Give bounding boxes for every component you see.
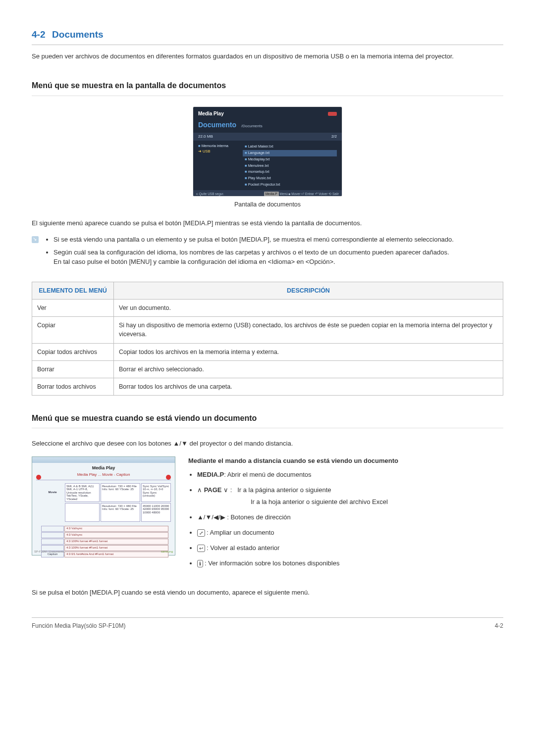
- file-item: Menutree.txt: [243, 163, 337, 169]
- remote-item-info: ℹ: Ver información sobre los botones dis…: [197, 558, 503, 569]
- remote-item-mediap: MEDIA.P: Abrir el menú de documentos: [197, 470, 503, 480]
- table-row: CopiarSi hay un dispositivo de memoria e…: [32, 317, 503, 343]
- note-item: Según cuál sea la configuración del idio…: [54, 248, 454, 267]
- remote-item-back: ↩: Volver al estado anterior: [197, 543, 503, 554]
- media-play-label: Media Play: [198, 110, 224, 118]
- table-cell: Copiar todos archivos: [32, 343, 114, 360]
- remove-usb-hint: ⎋ Quite USB segur.: [196, 192, 224, 196]
- table-cell: Ver un documento.: [114, 300, 503, 317]
- mock2-corner-left: SP-F10M / Documents: [34, 550, 64, 554]
- page-prev-icon: [36, 475, 41, 480]
- section-number: 4-2: [32, 29, 45, 40]
- mock2-cell: Resolution: 720 × 480 File Info: font: 6…: [101, 483, 140, 502]
- table-row: BorrarBorrar el archivo seleccionado.: [32, 360, 503, 378]
- divider: [32, 96, 503, 96]
- section-number-title: 4-2 Documents: [32, 28, 503, 45]
- notes-list: Si se está viendo una pantalla o un elem…: [45, 235, 454, 267]
- table-cell: Borrar todos archivos: [32, 378, 114, 395]
- file-item: Mediaplay.txt: [243, 156, 337, 163]
- back-icon: ↩: [197, 545, 205, 552]
- screenshot-documents: Media Play Documento /Documents 22.0 MB …: [32, 107, 503, 196]
- footer-right: 4-2: [495, 622, 503, 630]
- note-block: Si se está viendo una pantalla o un elem…: [32, 235, 503, 271]
- note-item: Si se está viendo una pantalla o un elem…: [54, 235, 454, 245]
- table-cell: Borrar todos los archivos de una carpeta…: [114, 378, 503, 395]
- file-list: Label Maker.txtLanguage.txtMediaplay.txt…: [243, 144, 337, 188]
- after-screenshot-text: El siguiente menú aparece cuando se puls…: [32, 219, 503, 228]
- file-item: Pocket Projector.txt: [243, 182, 337, 188]
- table-header-desc: DESCRIPCIÓN: [114, 282, 503, 300]
- mock2-corner-right: samsung: [161, 550, 173, 554]
- section2-lead: Seleccione el archivo que desee con los …: [32, 439, 503, 449]
- remote-item-page: ∧ PAGE ∨ : Ir a la página anterior o sig…: [197, 485, 503, 508]
- page-next-icon: [166, 475, 171, 480]
- usb-icon: [328, 112, 337, 116]
- info-icon: ℹ: [197, 560, 203, 567]
- mock2-cell: 45000 11000 20000 42000 65000 95000 1000…: [141, 503, 171, 522]
- mock2-row-label: [41, 503, 64, 522]
- page-footer: Función Media Play(sólo SP-F10M) 4-2: [32, 617, 503, 630]
- breadcrumb-path: /Documents: [241, 123, 263, 129]
- table-cell: Copiar todos los archivos en la memoria …: [114, 343, 503, 360]
- source-list: Memoria interna USB: [198, 144, 238, 188]
- section-title: Documents: [52, 29, 103, 40]
- table-cell: Borrar: [32, 360, 114, 378]
- menu-table: ELEMENTO DEL MENÚ DESCRIPCIÓN VerVer un …: [32, 282, 503, 396]
- section2-closing: Si se pulsa el botón [MEDIA.P] cuando se…: [32, 588, 503, 598]
- mock2-title: Media Play: [32, 463, 175, 472]
- screenshot-document-view: Media Play Media Play ... Movie - Captio…: [32, 456, 175, 555]
- subsection2-heading: Menú que se muestra cuando se está viend…: [32, 412, 503, 424]
- file-item: Language.txt: [243, 150, 337, 156]
- document-heading: Documento: [198, 120, 236, 130]
- note-icon: [32, 236, 39, 243]
- zoom-icon: ⤢: [197, 529, 205, 537]
- source-usb: USB: [198, 149, 238, 154]
- table-cell: Si hay un dispositivo de memoria externo…: [114, 317, 503, 343]
- table-row: Copiar todos archivosCopiar todos los ar…: [32, 343, 503, 360]
- file-item: Label Maker.txt: [243, 144, 337, 150]
- footer-left: Función Media Play(sólo SP-F10M): [32, 622, 125, 630]
- table-cell: Ver: [32, 300, 114, 317]
- table-cell: Borrar el archivo seleccionado.: [114, 360, 503, 378]
- mock2-cell: SMI, A & B SMI, A(1) SMI, A-1 UTF-8, Uni…: [65, 483, 100, 502]
- mock2-cell: Sync Sync Vol/Sync 10-∞, ∞-10, 0-0 Sync …: [141, 483, 171, 502]
- table-header-item: ELEMENTO DEL MENÚ: [32, 282, 114, 300]
- mock2-cell: [65, 503, 100, 522]
- source-internal: Memoria interna: [198, 144, 238, 149]
- table-row: VerVer un documento.: [32, 300, 503, 317]
- intro-paragraph: Se pueden ver archivos de documentos en …: [32, 52, 503, 61]
- remote-subhead: Mediante el mando a distancia cuando se …: [188, 456, 503, 466]
- table-cell: Copiar: [32, 317, 114, 343]
- divider: [32, 428, 503, 428]
- remote-item-zoom: ⤢: Ampliar un documento: [197, 528, 503, 538]
- mock2-row-label: Movie: [41, 483, 64, 502]
- nav-hints: Media.PMenú ■ Mover ⏎ Entrar ↶ Volver ⟲ …: [264, 192, 339, 196]
- remote-item-arrows: ▲/▼/◀/▶ : Botones de dirección: [197, 512, 503, 523]
- file-item: monsetup.txt: [243, 169, 337, 175]
- mock2-cell: Resolution: 720 × 480 File Info: font: 6…: [101, 503, 140, 522]
- screenshot-caption: Pantalla de documentos: [32, 200, 503, 209]
- storage-size: 22.0 MB: [198, 134, 213, 140]
- table-row: Borrar todos archivosBorrar todos los ar…: [32, 378, 503, 395]
- subsection1-heading: Menú que se muestra en la pantalla de do…: [32, 80, 503, 91]
- pager: 2/2: [331, 134, 337, 140]
- file-item: Play Music.txt: [243, 175, 337, 182]
- mock2-subtitle: Media Play ... Movie - Caption: [36, 472, 171, 480]
